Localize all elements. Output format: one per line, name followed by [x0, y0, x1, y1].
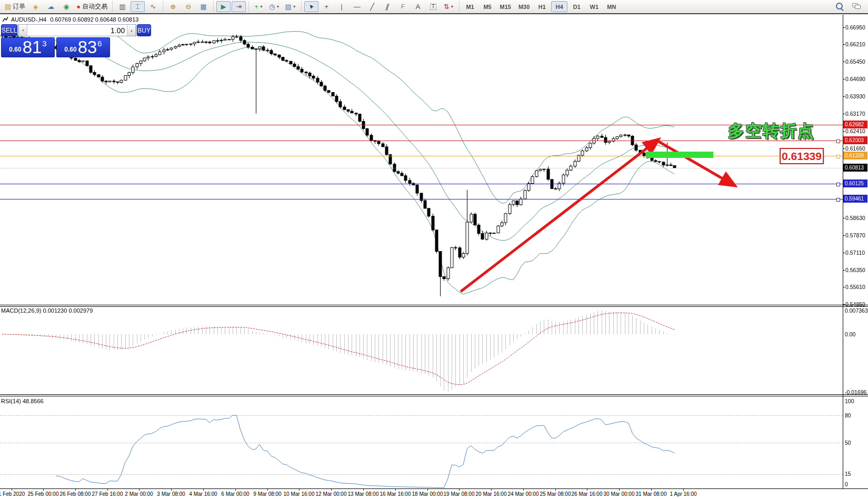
label-button[interactable]: T — [426, 1, 441, 12]
sell-price-big: 81 — [23, 39, 42, 55]
turning-point-annotation[interactable]: 多空转折点 — [728, 120, 815, 142]
buy-price-button[interactable]: 0.60836 — [56, 37, 110, 57]
price-tick: 0.64690 — [845, 76, 865, 82]
toolbar-group: ▤订单◈☁◉●自动交易 — [0, 1, 112, 12]
date-label: 16 Mar 16:00 — [380, 491, 411, 497]
support-line-1-handle[interactable] — [836, 183, 840, 186]
tile-windows-icon: ▦ — [201, 3, 207, 10]
sell-price-prefix: 0.60 — [9, 46, 21, 53]
macd-separator-top[interactable] — [0, 305, 868, 305]
signals-button[interactable]: ◉ — [59, 1, 73, 12]
timeframe-m15[interactable]: M15 — [497, 1, 514, 12]
date-label: 13 Mar 08:00 — [348, 491, 379, 497]
timeframe-w1[interactable]: W1 — [586, 1, 602, 12]
price-badge: 0.62682 — [843, 121, 867, 128]
price-tick: 0.65450 — [845, 59, 865, 65]
rsi-separator-top[interactable] — [0, 394, 868, 395]
current-price-line[interactable] — [0, 168, 843, 168]
ohlc-values: 0.60769 0.60892 0.60648 0.60813 — [50, 16, 138, 23]
resistance-line-2[interactable] — [0, 141, 843, 141]
key-level-line-handle[interactable] — [836, 155, 840, 158]
price-callout-label[interactable]: 0.61339 — [780, 148, 824, 164]
price-tick-mark — [843, 62, 845, 62]
auto-scroll-button[interactable]: ▶ — [216, 1, 231, 12]
support-line-1[interactable] — [0, 184, 843, 184]
buy-price-big: 83 — [78, 39, 97, 55]
timeframe-m30[interactable]: M30 — [515, 1, 533, 12]
resistance-line-1[interactable] — [0, 125, 843, 125]
new-chart-icon: + — [254, 3, 258, 10]
auto-trading-button[interactable]: ●自动交易 — [74, 1, 109, 12]
candlestick-chart-button[interactable]: ⌶ — [131, 1, 145, 12]
timeframe-h4[interactable]: H4 — [551, 1, 567, 12]
community-button[interactable]: ☁ — [44, 1, 58, 12]
channel-button[interactable]: ∥ — [381, 1, 395, 12]
buy-button[interactable]: BUY — [137, 24, 151, 36]
price-chart-canvas[interactable] — [0, 15, 843, 305]
zoom-out-button[interactable]: ⊖ — [181, 1, 195, 12]
timeframe-h1[interactable]: H1 — [534, 1, 550, 12]
new-order-icon: ▤ — [5, 3, 11, 10]
price-tick: 0.62410 — [845, 128, 865, 134]
toolbar-group: ▶⇥ — [213, 1, 248, 12]
chart-shift-button[interactable]: ⇥ — [232, 1, 246, 12]
support-line-2[interactable] — [0, 199, 843, 199]
dropdown-caret-icon[interactable]: ▼ — [293, 5, 296, 8]
trendline-button[interactable]: ╱ — [365, 1, 380, 12]
volume-input[interactable] — [27, 25, 127, 36]
vline-button[interactable]: | — [335, 1, 349, 12]
zoom-in-button[interactable]: ⊕ — [166, 1, 180, 12]
timeframe-mn[interactable]: MN — [603, 1, 620, 12]
sell-price-sup: 3 — [42, 39, 46, 48]
chart-shift-icon: ⇥ — [236, 3, 242, 10]
rsi-indicator-canvas[interactable] — [0, 396, 843, 488]
vline-icon: | — [341, 4, 343, 10]
sell-button[interactable]: SELL — [1, 24, 17, 36]
date-axis-line — [0, 488, 868, 489]
chat-button[interactable] — [852, 2, 861, 12]
support-line-2-handle[interactable] — [836, 198, 840, 202]
date-label: 6 Mar 00:00 — [221, 491, 249, 497]
rsi-separator-bottom — [0, 396, 868, 396]
crosshair-button[interactable]: + — [320, 1, 334, 12]
tile-windows-button[interactable]: ▦ — [196, 1, 211, 12]
chart-window: 多空转折点 0.61339 AUDUSD-,H4 0.60769 0.60892… — [0, 14, 868, 499]
dropdown-caret-icon[interactable]: ▼ — [451, 5, 454, 8]
text-button[interactable]: A — [411, 1, 425, 12]
timeframe-m5[interactable]: M5 — [480, 1, 496, 12]
arrows-button[interactable]: ⇅▼ — [442, 1, 456, 12]
timeframe-d1[interactable]: D1 — [568, 1, 585, 12]
zoom-in-icon: ⊕ — [170, 3, 176, 10]
fibo-button[interactable]: F — [396, 1, 410, 12]
line-chart-button[interactable]: ∿ — [146, 1, 160, 12]
periods-button[interactable]: ◷▼ — [267, 1, 282, 12]
price-tick: 0.58630 — [845, 215, 865, 221]
dropdown-caret-icon[interactable]: ▼ — [276, 5, 280, 8]
dropdown-caret-icon[interactable]: ▼ — [260, 5, 263, 8]
new-order-button[interactable]: ▤订单 — [3, 1, 27, 12]
macd-indicator-canvas[interactable] — [0, 307, 843, 395]
hline-button[interactable]: — — [350, 1, 364, 12]
date-label: 10 Mar 16:00 — [284, 491, 315, 497]
new-chart-button[interactable]: +▼ — [252, 1, 266, 12]
profiles-button[interactable]: ◈ — [28, 1, 43, 12]
trendline-icon: ╱ — [370, 3, 374, 10]
sell-price-button[interactable]: 0.60813 — [1, 37, 55, 57]
date-label: 26 Feb 08:00 — [60, 491, 91, 497]
volume-increase-button[interactable]: ▲ — [127, 25, 136, 36]
timeframe-m1[interactable]: M1 — [462, 1, 478, 12]
indicator-axis-tick: 15 — [845, 471, 851, 477]
bar-chart-button[interactable]: ▥ — [115, 1, 129, 12]
search-button[interactable] — [836, 2, 843, 12]
fibo-icon: F — [401, 4, 405, 9]
resistance-line-2-handle[interactable] — [836, 139, 840, 143]
green-zone-bar[interactable] — [646, 152, 713, 158]
crosshair-icon: + — [324, 3, 328, 10]
volume-decrease-button[interactable]: ▼ — [18, 25, 27, 36]
key-level-line[interactable] — [0, 156, 843, 156]
date-label: 19 Mar 08:00 — [444, 491, 475, 497]
price-tick: 0.57870 — [845, 233, 865, 238]
signals-icon: ◉ — [63, 3, 69, 10]
cursor-button[interactable]: ➤ — [304, 1, 318, 12]
indicators-button[interactable]: ▧▼ — [283, 1, 298, 12]
